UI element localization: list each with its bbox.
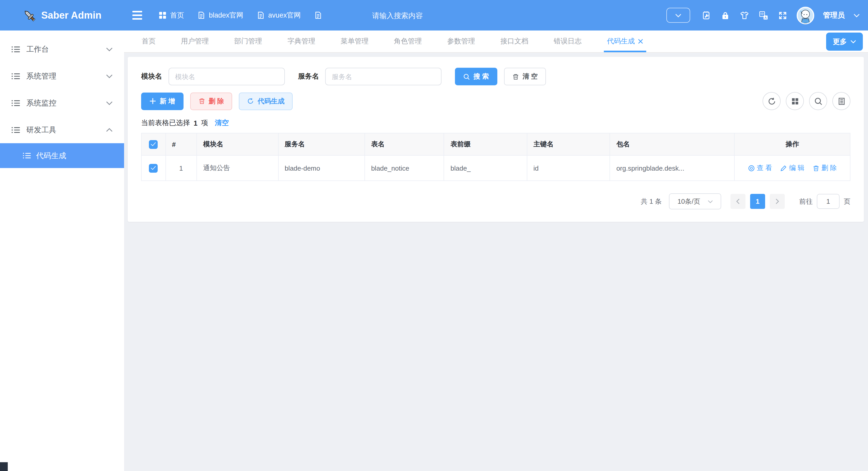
column-setting-button[interactable] [786, 92, 804, 110]
document-icon [197, 11, 205, 19]
cell-index: 1 [165, 155, 197, 181]
add-label: 新 增 [160, 96, 175, 106]
col-package-name: 包名 [610, 133, 735, 155]
more-button[interactable]: 更多 [826, 33, 863, 51]
svg-text:A: A [764, 15, 767, 20]
grid-icon [159, 11, 166, 19]
module-name-label: 模块名 [141, 72, 162, 81]
corner-block [0, 462, 8, 471]
data-table: # 模块名 服务名 表名 表前缀 主键名 包名 操作 [141, 133, 850, 181]
sidebar: 工作台 系统管理 系统监控 研发工具 代码生成 [0, 31, 124, 471]
goto-page-input[interactable] [817, 194, 840, 209]
service-name-label: 服务名 [298, 72, 319, 81]
tag-label: 错误日志 [554, 37, 582, 46]
topmenu-home[interactable]: 首页 [159, 10, 184, 20]
chevron-down-icon [106, 46, 113, 53]
row-checkbox[interactable] [149, 164, 158, 172]
edit-link[interactable]: 编 辑 [780, 163, 804, 173]
grid-toolbar [763, 92, 850, 110]
tag-param-mgmt[interactable]: 参数管理 [447, 31, 475, 52]
tag-label: 用户管理 [181, 37, 209, 46]
edit-label: 编 辑 [789, 163, 804, 173]
codegen-button[interactable]: 代码生成 [239, 92, 293, 110]
tag-dict-mgmt[interactable]: 字典管理 [287, 31, 315, 52]
sidebar-item-system-mgmt[interactable]: 系统管理 [0, 63, 124, 89]
brand-logo[interactable]: Saber Admin [0, 0, 124, 31]
language-icon[interactable]: 中A [758, 10, 769, 21]
clear-button[interactable]: 清 空 [504, 68, 546, 85]
cell-service-name: blade-demo [278, 155, 365, 181]
debug-tool-icon[interactable] [701, 10, 711, 21]
header-right: 中A 管理员 [666, 6, 860, 24]
table-row[interactable]: 1 通知公告 blade-demo blade_notice blade_ id… [142, 155, 850, 181]
main-area: 首页 用户管理 部门管理 字典管理 菜单管理 角色管理 参数管理 接口文档 错误… [124, 31, 868, 471]
goto-unit: 页 [844, 197, 850, 206]
sword-icon [23, 8, 36, 22]
user-name[interactable]: 管理员 [823, 10, 845, 20]
lock-screen-icon[interactable] [720, 10, 731, 21]
delete-link[interactable]: 删 除 [813, 163, 837, 173]
tag-api-doc[interactable]: 接口文档 [500, 31, 528, 52]
trash-icon [813, 165, 819, 171]
tag-code-generation-active[interactable]: 代码生成 [607, 31, 643, 52]
total-count: 共 1 条 [641, 197, 662, 206]
pencil-icon [780, 165, 787, 171]
select-all-checkbox[interactable] [149, 140, 158, 149]
theme-icon[interactable] [739, 10, 750, 21]
topmenu-avuex[interactable]: avuex官网 [257, 10, 301, 20]
collapse-menu-icon[interactable] [132, 11, 142, 20]
sidebar-item-workbench[interactable]: 工作台 [0, 36, 124, 63]
sidebar-item-dev-tools[interactable]: 研发工具 [0, 116, 124, 143]
delete-button[interactable]: 删 除 [190, 92, 232, 110]
tag-error-log[interactable]: 错误日志 [554, 31, 582, 52]
module-name-input[interactable] [168, 68, 285, 85]
cell-module-name: 通知公告 [197, 155, 278, 181]
list-icon [11, 72, 20, 81]
chevron-down-icon [106, 99, 113, 106]
eye-icon [748, 165, 755, 171]
view-link[interactable]: 查 看 [748, 163, 772, 173]
add-button[interactable]: 新 增 [141, 92, 183, 110]
sidebar-item-code-generation[interactable]: 代码生成 [0, 143, 124, 168]
page-1-button[interactable]: 1 [750, 194, 765, 209]
selection-text: 当前表格已选择 [141, 118, 190, 128]
fullscreen-icon[interactable] [778, 10, 788, 21]
refresh-icon [247, 98, 254, 104]
topmenu-test-page[interactable] [314, 11, 326, 19]
topmenu-label: avuex官网 [268, 10, 301, 20]
service-name-input[interactable] [325, 68, 441, 85]
page-size-select[interactable]: 10条/页 [669, 193, 721, 210]
tag-user-mgmt[interactable]: 用户管理 [181, 31, 209, 52]
search-label: 搜 索 [473, 72, 489, 81]
col-table-prefix: 表前缀 [444, 133, 527, 155]
col-index: # [165, 133, 197, 155]
data-view-button[interactable] [832, 92, 850, 110]
next-page-button[interactable] [770, 194, 785, 209]
pagination: 共 1 条 10条/页 1 前往 页 [141, 193, 850, 210]
list-icon [11, 125, 20, 134]
chevron-left-icon [735, 198, 741, 204]
tab-close-icon[interactable] [638, 39, 643, 44]
tag-dept-mgmt[interactable]: 部门管理 [234, 31, 262, 52]
selection-info: 当前表格已选择 1 项 清空 [141, 118, 850, 128]
search-button[interactable]: 搜 索 [455, 68, 497, 85]
tag-collapse-button[interactable] [666, 8, 690, 23]
user-chevron-down-icon[interactable] [854, 12, 860, 18]
prev-page-button[interactable] [731, 194, 745, 209]
search-toggle-button[interactable] [809, 92, 827, 110]
user-avatar[interactable] [797, 6, 814, 24]
col-service-name: 服务名 [278, 133, 365, 155]
global-search-input[interactable] [372, 11, 450, 20]
topmenu-label: 首页 [170, 10, 184, 20]
refresh-button[interactable] [763, 92, 781, 110]
tag-home[interactable]: 首页 [142, 31, 156, 52]
tag-menu-mgmt[interactable]: 菜单管理 [341, 31, 369, 52]
cell-table-name: blade_notice [365, 155, 444, 181]
topmenu-bladex[interactable]: bladex官网 [197, 10, 244, 20]
tag-role-mgmt[interactable]: 角色管理 [394, 31, 422, 52]
sidebar-item-system-monitor[interactable]: 系统监控 [0, 89, 124, 116]
chevron-down-icon [850, 39, 856, 44]
chevron-up-icon [106, 126, 113, 133]
document-icon [257, 11, 265, 19]
selection-clear-link[interactable]: 清空 [215, 118, 229, 128]
